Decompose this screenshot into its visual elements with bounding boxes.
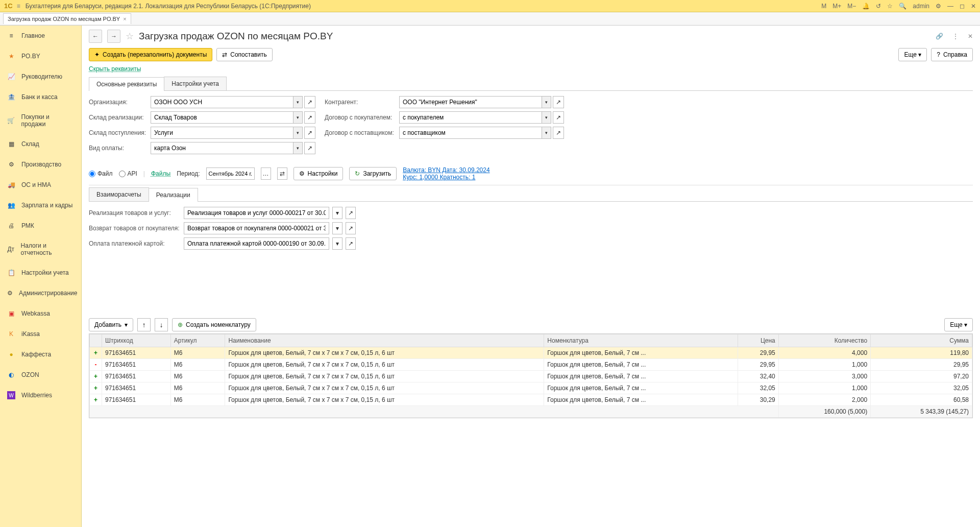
open-icon[interactable]: ↗	[553, 111, 564, 124]
hamburger-icon[interactable]: ≡	[17, 3, 20, 10]
maximize-icon[interactable]: ◻	[960, 3, 965, 10]
realwh-input[interactable]	[151, 111, 293, 124]
table-row[interactable]: +971634651M6Горшок для цветов, Белый, 7 …	[90, 394, 972, 406]
nav-forward-button[interactable]: →	[107, 30, 120, 43]
settings-button[interactable]: ⚙Настройки	[293, 167, 344, 180]
move-up-button[interactable]: ↑	[137, 318, 151, 331]
col-price[interactable]: Цена	[738, 334, 778, 347]
open-return-icon[interactable]: ↗	[346, 222, 356, 234]
sidebar-item-production[interactable]: ⚙Производство	[0, 154, 81, 175]
radio-api[interactable]: API	[119, 170, 137, 177]
rate-link[interactable]: Курс: 1,0000 Кратность: 1	[403, 174, 489, 181]
radio-file-input[interactable]	[89, 171, 95, 177]
hide-details-link[interactable]: Скрыть реквизиты	[89, 65, 141, 73]
user-label[interactable]: admin	[913, 3, 929, 10]
table-row[interactable]: +971634651M6Горшок для цветов, Белый, 7 …	[90, 371, 972, 382]
sidebar-item-manager[interactable]: 📈Руководителю	[0, 66, 81, 87]
help-button[interactable]: ? Справка	[931, 48, 973, 61]
sidebar-item-salary[interactable]: 👥Зарплата и кадры	[0, 195, 81, 215]
table-row[interactable]: -971634651M6Горшок для цветов, Белый, 7 …	[90, 359, 972, 371]
open-icon[interactable]: ↗	[304, 142, 315, 154]
dropdown-icon[interactable]: ▾	[332, 207, 342, 219]
document-tab[interactable]: Загрузка продаж OZON по месяцам PO.BY ×	[3, 13, 131, 24]
sidebar-item-admin[interactable]: ⚙Администрирование	[0, 283, 81, 303]
col-name[interactable]: Наименование	[225, 334, 544, 347]
col-article[interactable]: Артикул	[170, 334, 225, 347]
currency-link[interactable]: Валюта: BYN Дата: 30.09.2024	[403, 166, 489, 174]
table-row[interactable]: +971634651M6Горшок для цветов, Белый, 7 …	[90, 347, 972, 359]
load-button[interactable]: ↻Загрузить	[349, 167, 397, 180]
card-input[interactable]	[184, 237, 329, 250]
sidebar-item-tax[interactable]: ДтНалоги и отчетность	[0, 236, 81, 262]
buyer-input[interactable]	[399, 111, 542, 124]
dropdown-icon[interactable]: ▾	[293, 127, 303, 139]
open-icon[interactable]: ↗	[304, 96, 315, 108]
supplier-input[interactable]	[399, 127, 542, 139]
sidebar-item-kaffesta[interactable]: ●Каффеста	[0, 344, 81, 365]
sidebar-item-bank[interactable]: 🏦Банк и касса	[0, 87, 81, 107]
memory-mplus[interactable]: M+	[832, 3, 841, 10]
files-link[interactable]: Файлы	[151, 170, 170, 177]
col-sum[interactable]: Сумма	[871, 334, 972, 347]
memory-m[interactable]: M	[821, 3, 826, 10]
bell-icon[interactable]: 🔔	[862, 3, 870, 10]
close-icon[interactable]: ✕	[968, 33, 973, 40]
sidebar-item-ozon[interactable]: ◐OZON	[0, 365, 81, 385]
table-row[interactable]: +971634651M6Горшок для цветов, Белый, 7 …	[90, 382, 972, 394]
open-icon[interactable]: ↗	[553, 96, 564, 108]
sidebar-item-assets[interactable]: 🚚ОС и НМА	[0, 175, 81, 195]
create-nomenclature-button[interactable]: ⊕Создать номенклатуру	[172, 318, 256, 331]
sidebar-item-wildberries[interactable]: WWildberries	[0, 385, 81, 405]
tab-accounting-settings[interactable]: Настройки учета	[164, 77, 227, 90]
dropdown-icon[interactable]: ▾	[293, 111, 303, 124]
tab-settlements[interactable]: Взаиморасчеты	[89, 187, 149, 201]
close-window-icon[interactable]: ✕	[971, 3, 976, 10]
col-barcode[interactable]: Штрихкод	[102, 334, 171, 347]
sidebar-item-webkassa[interactable]: ▣Webkassa	[0, 303, 81, 324]
open-icon[interactable]: ↗	[304, 111, 315, 124]
paytype-input[interactable]	[151, 142, 293, 154]
dropdown-icon[interactable]: ▾	[293, 96, 303, 108]
radio-api-input[interactable]	[119, 171, 126, 177]
dropdown-icon[interactable]: ▾	[332, 237, 342, 250]
link-icon[interactable]: 🔗	[936, 33, 943, 40]
dropdown-icon[interactable]: ▾	[542, 111, 551, 124]
sidebar-item-accounting[interactable]: 📋Настройки учета	[0, 262, 81, 283]
sidebar-item-rmk[interactable]: 🖨РМК	[0, 215, 81, 236]
history-icon[interactable]: ↺	[876, 3, 881, 10]
sale-input[interactable]	[184, 207, 329, 219]
col-sign[interactable]	[90, 334, 102, 347]
move-down-button[interactable]: ↓	[155, 318, 168, 331]
open-sale-icon[interactable]: ↗	[346, 207, 356, 219]
sidebar-item-main[interactable]: ≡Главное	[0, 26, 81, 46]
star-icon[interactable]: ☆	[887, 3, 893, 10]
sidebar-item-ikassa[interactable]: KiKassa	[0, 324, 81, 344]
dropdown-icon[interactable]: ▾	[542, 127, 551, 139]
open-card-icon[interactable]: ↗	[346, 237, 356, 250]
add-button[interactable]: Добавить ▾	[89, 318, 133, 331]
nav-back-button[interactable]: ←	[89, 30, 102, 43]
dropdown-icon[interactable]: ▾	[293, 142, 303, 154]
more-icon[interactable]: ⋮	[952, 33, 959, 40]
tab-realizations[interactable]: Реализации	[149, 188, 198, 202]
radio-file[interactable]: Файл	[89, 170, 113, 177]
col-nom[interactable]: Номенклатура	[544, 334, 738, 347]
open-icon[interactable]: ↗	[304, 127, 315, 139]
dropdown-icon[interactable]: ▾	[542, 96, 551, 108]
dropdown-icon[interactable]: ▾	[332, 222, 342, 234]
recvwh-input[interactable]	[151, 127, 293, 139]
tab-main-details[interactable]: Основные реквизиты	[89, 77, 164, 91]
period-clear-icon[interactable]: …	[261, 167, 271, 180]
return-input[interactable]	[184, 222, 329, 234]
contr-input[interactable]	[399, 96, 542, 108]
tab-close-icon[interactable]: ×	[123, 16, 126, 22]
favorite-star-icon[interactable]: ☆	[126, 31, 134, 42]
open-icon[interactable]: ↗	[553, 127, 564, 139]
sidebar-item-warehouse[interactable]: ▦Склад	[0, 134, 81, 154]
more-button[interactable]: Еще ▾	[898, 48, 927, 61]
minimize-icon[interactable]: —	[947, 3, 953, 10]
compare-button[interactable]: ⇄Сопоставить	[216, 48, 272, 61]
sidebar-item-poby[interactable]: ★PO.BY	[0, 46, 81, 66]
memory-mminus[interactable]: M−	[847, 3, 856, 10]
search-icon[interactable]: 🔍	[899, 3, 906, 10]
